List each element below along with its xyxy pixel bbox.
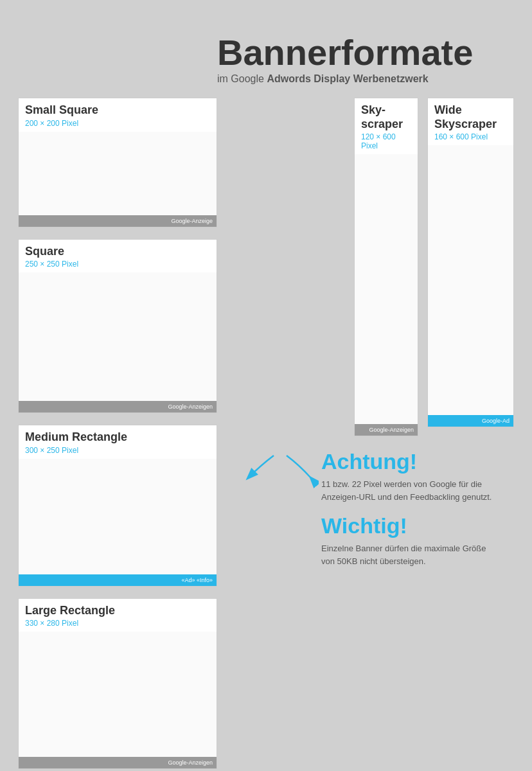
large-rect-box: Large Rectangle 330 × 280 Pixel Google-A… xyxy=(18,598,217,770)
skyscraper-inner xyxy=(355,154,418,424)
info-area: Achtung! 11 bzw. 22 Pixel werden von Goo… xyxy=(229,443,514,567)
square-footer-text: Google-Anzeigen xyxy=(168,403,213,410)
achtung-title: Achtung! xyxy=(321,449,511,474)
medium-rect-footer: «Ad» «Info» xyxy=(19,574,217,586)
square-name: Square xyxy=(25,245,210,259)
square-size: 250 × 250 Pixel xyxy=(25,260,210,269)
square-inner xyxy=(19,272,217,401)
info-section: Achtung! 11 bzw. 22 Pixel werden von Goo… xyxy=(319,449,514,567)
skyscrapers-row: Sky-scraper 120 × 600 Pixel Google-Anzei… xyxy=(229,98,514,436)
large-rect-footer-text: Google-Anzeigen xyxy=(168,759,213,766)
medium-rect-name: Medium Rectangle xyxy=(25,430,210,445)
left-column: Small Square 200 × 200 Pixel Google-Anze… xyxy=(18,98,217,769)
subtitle: im Google Adwords Display Werbenetzwerk xyxy=(217,73,473,85)
small-square-footer: Google-Anzeige xyxy=(19,215,217,227)
wide-skyscraper-name: Wide Skyscraper xyxy=(434,103,507,131)
small-square-name: Small Square xyxy=(25,103,210,118)
right-area: Sky-scraper 120 × 600 Pixel Google-Anzei… xyxy=(229,98,514,769)
square-label: Square 250 × 250 Pixel xyxy=(19,240,217,273)
square-footer: Google-Anzeigen xyxy=(19,401,217,412)
main-title: Bannerformate xyxy=(217,35,473,71)
small-square-box: Small Square 200 × 200 Pixel Google-Anze… xyxy=(18,98,217,227)
large-rect-label: Large Rectangle 330 × 280 Pixel xyxy=(19,599,217,632)
skyscraper-box: Sky-scraper 120 × 600 Pixel Google-Anzei… xyxy=(354,98,418,436)
skyscraper-label: Sky-scraper 120 × 600 Pixel xyxy=(355,98,418,154)
medium-rect-footer-text: «Ad» «Info» xyxy=(181,577,213,583)
wichtig-text: Einzelne Banner dürfen die maximale Größ… xyxy=(321,542,501,567)
medium-rect-label: Medium Rectangle 300 × 250 Pixel xyxy=(19,425,217,459)
skyscraper-footer: Google-Anzeigen xyxy=(355,424,418,436)
wide-skyscraper-size: 160 × 600 Pixel xyxy=(434,132,507,141)
wichtig-title: Wichtig! xyxy=(321,513,511,538)
wide-skyscraper-footer: Google-Ad xyxy=(428,415,513,427)
medium-rect-size: 300 × 250 Pixel xyxy=(25,446,210,455)
arrows-svg xyxy=(242,443,319,494)
achtung-text: 11 bzw. 22 Pixel werden von Google für d… xyxy=(321,478,501,503)
skyscraper-name: Sky-scraper xyxy=(361,103,411,131)
skyscraper-footer-text: Google-Anzeigen xyxy=(369,427,414,433)
small-square-inner xyxy=(19,132,217,215)
wide-skyscraper-footer-text: Google-Ad xyxy=(482,418,510,424)
small-square-size: 200 × 200 Pixel xyxy=(25,119,210,128)
wide-skyscraper-label: Wide Skyscraper 160 × 600 Pixel xyxy=(428,98,513,145)
wide-skyscraper-box: Wide Skyscraper 160 × 600 Pixel Google-A… xyxy=(427,98,514,427)
title-area: Bannerformate im Google Adwords Display … xyxy=(217,35,473,85)
medium-rect-inner xyxy=(19,459,217,574)
arrows-area xyxy=(242,443,319,497)
large-rect-inner xyxy=(19,632,217,757)
large-rect-footer: Google-Anzeigen xyxy=(19,757,217,768)
square-box: Square 250 × 250 Pixel Google-Anzeigen xyxy=(18,239,217,414)
wide-skyscraper-inner xyxy=(428,145,513,415)
main-layout: Small Square 200 × 200 Pixel Google-Anze… xyxy=(18,98,514,769)
skyscraper-size: 120 × 600 Pixel xyxy=(361,132,411,150)
small-square-footer-text: Google-Anzeige xyxy=(171,218,213,224)
small-square-label: Small Square 200 × 200 Pixel xyxy=(19,98,217,132)
medium-rect-box: Medium Rectangle 300 × 250 Pixel «Ad» «I… xyxy=(18,425,217,587)
large-rect-size: 330 × 280 Pixel xyxy=(25,619,210,628)
large-rect-name: Large Rectangle xyxy=(25,604,210,618)
